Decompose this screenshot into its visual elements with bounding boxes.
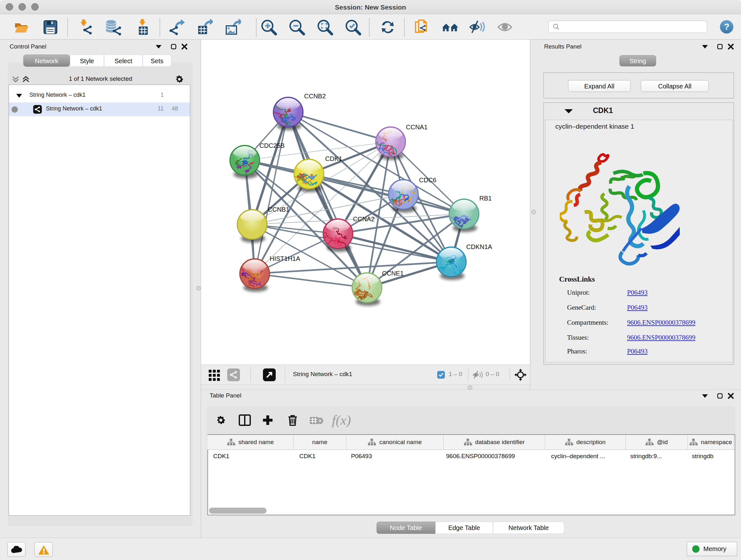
svg-text:HIST1H1A: HIST1H1A (270, 255, 300, 262)
svg-text:CDC6: CDC6 (419, 177, 436, 184)
svg-text:CDC25B: CDC25B (259, 142, 285, 149)
svg-text:RB1: RB1 (479, 195, 492, 202)
svg-text:CCNA1: CCNA1 (406, 124, 428, 131)
svg-text:CCNE1: CCNE1 (382, 270, 404, 277)
svg-text:CCNB2: CCNB2 (304, 92, 326, 100)
svg-text:CCNA2: CCNA2 (353, 215, 375, 223)
svg-text:CDKN1A: CDKN1A (466, 243, 492, 250)
svg-text:CCNB1: CCNB1 (268, 206, 289, 213)
svg-text:CDK1: CDK1 (325, 155, 342, 162)
